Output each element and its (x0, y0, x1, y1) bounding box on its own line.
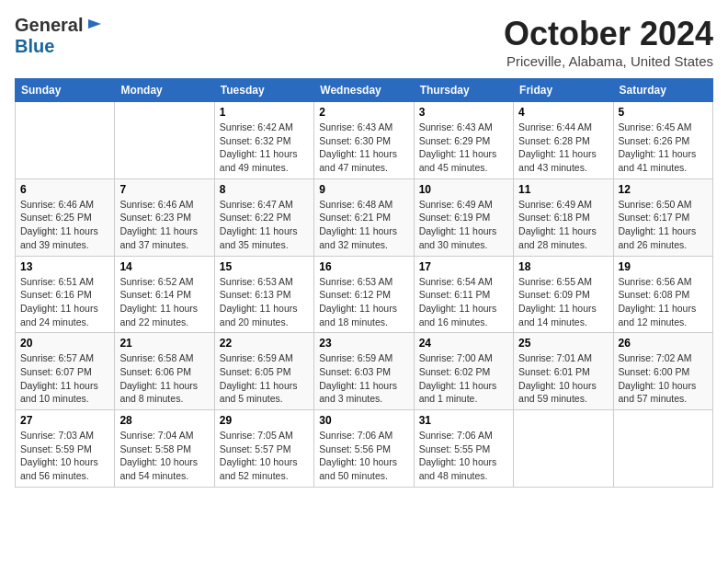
calendar-cell: 19Sunrise: 6:56 AM Sunset: 6:08 PM Dayli… (613, 256, 712, 333)
weekday-header-wednesday: Wednesday (314, 79, 414, 102)
day-number: 1 (220, 106, 309, 119)
day-info: Sunrise: 6:49 AM Sunset: 6:19 PM Dayligh… (419, 198, 508, 252)
calendar-cell: 5Sunrise: 6:45 AM Sunset: 6:26 PM Daylig… (613, 102, 712, 179)
calendar-cell: 8Sunrise: 6:47 AM Sunset: 6:22 PM Daylig… (214, 178, 313, 256)
day-number: 13 (20, 260, 109, 273)
day-info: Sunrise: 6:47 AM Sunset: 6:22 PM Dayligh… (220, 198, 309, 252)
calendar-cell: 3Sunrise: 6:43 AM Sunset: 6:29 PM Daylig… (414, 102, 513, 179)
day-info: Sunrise: 6:44 AM Sunset: 6:28 PM Dayligh… (518, 121, 608, 175)
calendar-cell: 15Sunrise: 6:53 AM Sunset: 6:13 PM Dayli… (214, 256, 313, 333)
calendar-cell: 18Sunrise: 6:55 AM Sunset: 6:09 PM Dayli… (514, 256, 613, 333)
calendar-cell (514, 410, 613, 488)
weekday-header-sunday: Sunday (16, 79, 115, 102)
day-info: Sunrise: 6:48 AM Sunset: 6:21 PM Dayligh… (319, 198, 408, 252)
calendar-cell: 29Sunrise: 7:05 AM Sunset: 5:57 PM Dayli… (214, 410, 313, 488)
day-info: Sunrise: 7:00 AM Sunset: 6:02 PM Dayligh… (419, 351, 508, 406)
weekday-header-monday: Monday (115, 79, 214, 102)
day-number: 25 (518, 337, 608, 350)
month-title: October 2024 (504, 15, 713, 53)
day-number: 8 (220, 183, 309, 196)
calendar-cell: 13Sunrise: 6:51 AM Sunset: 6:16 PM Dayli… (16, 256, 115, 333)
weekday-header-friday: Friday (514, 79, 613, 102)
logo: General Blue (15, 15, 103, 57)
day-number: 2 (319, 106, 408, 119)
day-number: 17 (419, 260, 508, 273)
calendar-cell: 30Sunrise: 7:06 AM Sunset: 5:56 PM Dayli… (314, 410, 414, 488)
weekday-header-saturday: Saturday (613, 79, 712, 102)
day-number: 15 (220, 260, 309, 273)
day-info: Sunrise: 7:02 AM Sunset: 6:00 PM Dayligh… (619, 351, 708, 406)
calendar-cell: 31Sunrise: 7:06 AM Sunset: 5:55 PM Dayli… (414, 410, 513, 488)
day-info: Sunrise: 6:54 AM Sunset: 6:11 PM Dayligh… (419, 275, 508, 329)
calendar-week-row: 20Sunrise: 6:57 AM Sunset: 6:07 PM Dayli… (16, 333, 713, 410)
day-number: 14 (119, 260, 209, 273)
day-number: 29 (220, 414, 309, 427)
day-info: Sunrise: 7:05 AM Sunset: 5:57 PM Dayligh… (220, 429, 309, 483)
calendar-cell: 17Sunrise: 6:54 AM Sunset: 6:11 PM Dayli… (414, 256, 513, 333)
logo-general-text: General (15, 15, 83, 36)
day-number: 31 (419, 414, 508, 427)
calendar-week-row: 13Sunrise: 6:51 AM Sunset: 6:16 PM Dayli… (16, 256, 713, 333)
day-number: 22 (220, 337, 309, 350)
day-info: Sunrise: 6:43 AM Sunset: 6:29 PM Dayligh… (419, 121, 508, 175)
calendar-cell: 9Sunrise: 6:48 AM Sunset: 6:21 PM Daylig… (314, 178, 414, 256)
day-info: Sunrise: 6:56 AM Sunset: 6:08 PM Dayligh… (619, 275, 708, 329)
day-info: Sunrise: 7:01 AM Sunset: 6:01 PM Dayligh… (518, 351, 608, 406)
day-info: Sunrise: 7:06 AM Sunset: 5:55 PM Dayligh… (419, 429, 508, 483)
weekday-header-thursday: Thursday (414, 79, 513, 102)
calendar-cell (115, 102, 214, 179)
calendar-week-row: 1Sunrise: 6:42 AM Sunset: 6:32 PM Daylig… (16, 102, 713, 179)
calendar-week-row: 6Sunrise: 6:46 AM Sunset: 6:25 PM Daylig… (16, 178, 713, 256)
day-info: Sunrise: 7:06 AM Sunset: 5:56 PM Dayligh… (319, 429, 408, 483)
location-text: Priceville, Alabama, United States (504, 53, 713, 69)
day-info: Sunrise: 6:50 AM Sunset: 6:17 PM Dayligh… (619, 198, 708, 252)
day-number: 6 (20, 183, 109, 196)
day-info: Sunrise: 7:04 AM Sunset: 5:58 PM Dayligh… (119, 429, 209, 483)
calendar-cell: 1Sunrise: 6:42 AM Sunset: 6:32 PM Daylig… (214, 102, 313, 179)
logo-arrow-icon (86, 16, 103, 32)
logo-blue-text: Blue (15, 36, 54, 56)
calendar-header-row: SundayMondayTuesdayWednesdayThursdayFrid… (16, 79, 713, 102)
calendar-cell: 25Sunrise: 7:01 AM Sunset: 6:01 PM Dayli… (514, 333, 613, 410)
day-number: 30 (319, 414, 408, 427)
calendar-cell: 27Sunrise: 7:03 AM Sunset: 5:59 PM Dayli… (16, 410, 115, 488)
calendar-cell: 20Sunrise: 6:57 AM Sunset: 6:07 PM Dayli… (16, 333, 115, 410)
day-info: Sunrise: 6:53 AM Sunset: 6:12 PM Dayligh… (319, 275, 408, 329)
calendar-cell: 22Sunrise: 6:59 AM Sunset: 6:05 PM Dayli… (214, 333, 313, 410)
calendar-cell: 26Sunrise: 7:02 AM Sunset: 6:00 PM Dayli… (613, 333, 712, 410)
day-info: Sunrise: 6:43 AM Sunset: 6:30 PM Dayligh… (319, 121, 408, 175)
calendar-cell: 4Sunrise: 6:44 AM Sunset: 6:28 PM Daylig… (514, 102, 613, 179)
day-info: Sunrise: 6:46 AM Sunset: 6:25 PM Dayligh… (20, 198, 109, 252)
title-block: October 2024 Priceville, Alabama, United… (504, 15, 713, 69)
calendar-cell: 10Sunrise: 6:49 AM Sunset: 6:19 PM Dayli… (414, 178, 513, 256)
day-info: Sunrise: 7:03 AM Sunset: 5:59 PM Dayligh… (20, 429, 109, 483)
calendar-cell: 16Sunrise: 6:53 AM Sunset: 6:12 PM Dayli… (314, 256, 414, 333)
calendar-table: SundayMondayTuesdayWednesdayThursdayFrid… (15, 78, 713, 488)
day-number: 23 (319, 337, 408, 350)
day-number: 3 (419, 106, 508, 119)
day-number: 5 (619, 106, 708, 119)
calendar-cell: 7Sunrise: 6:46 AM Sunset: 6:23 PM Daylig… (115, 178, 214, 256)
day-info: Sunrise: 6:55 AM Sunset: 6:09 PM Dayligh… (518, 275, 608, 329)
day-info: Sunrise: 6:59 AM Sunset: 6:05 PM Dayligh… (220, 351, 309, 406)
calendar-week-row: 27Sunrise: 7:03 AM Sunset: 5:59 PM Dayli… (16, 410, 713, 488)
day-info: Sunrise: 6:58 AM Sunset: 6:06 PM Dayligh… (119, 351, 209, 406)
calendar-cell: 6Sunrise: 6:46 AM Sunset: 6:25 PM Daylig… (16, 178, 115, 256)
day-number: 27 (20, 414, 109, 427)
day-number: 12 (619, 183, 708, 196)
calendar-cell: 24Sunrise: 7:00 AM Sunset: 6:02 PM Dayli… (414, 333, 513, 410)
day-number: 26 (619, 337, 708, 350)
day-number: 10 (419, 183, 508, 196)
calendar-cell: 23Sunrise: 6:59 AM Sunset: 6:03 PM Dayli… (314, 333, 414, 410)
day-info: Sunrise: 6:57 AM Sunset: 6:07 PM Dayligh… (20, 351, 109, 406)
calendar-cell: 21Sunrise: 6:58 AM Sunset: 6:06 PM Dayli… (115, 333, 214, 410)
day-number: 16 (319, 260, 408, 273)
day-info: Sunrise: 6:45 AM Sunset: 6:26 PM Dayligh… (619, 121, 708, 175)
day-info: Sunrise: 6:52 AM Sunset: 6:14 PM Dayligh… (119, 275, 209, 329)
day-info: Sunrise: 6:59 AM Sunset: 6:03 PM Dayligh… (319, 351, 408, 406)
day-number: 4 (518, 106, 608, 119)
day-info: Sunrise: 6:46 AM Sunset: 6:23 PM Dayligh… (119, 198, 209, 252)
calendar-cell: 14Sunrise: 6:52 AM Sunset: 6:14 PM Dayli… (115, 256, 214, 333)
day-number: 7 (119, 183, 209, 196)
day-info: Sunrise: 6:49 AM Sunset: 6:18 PM Dayligh… (518, 198, 608, 252)
